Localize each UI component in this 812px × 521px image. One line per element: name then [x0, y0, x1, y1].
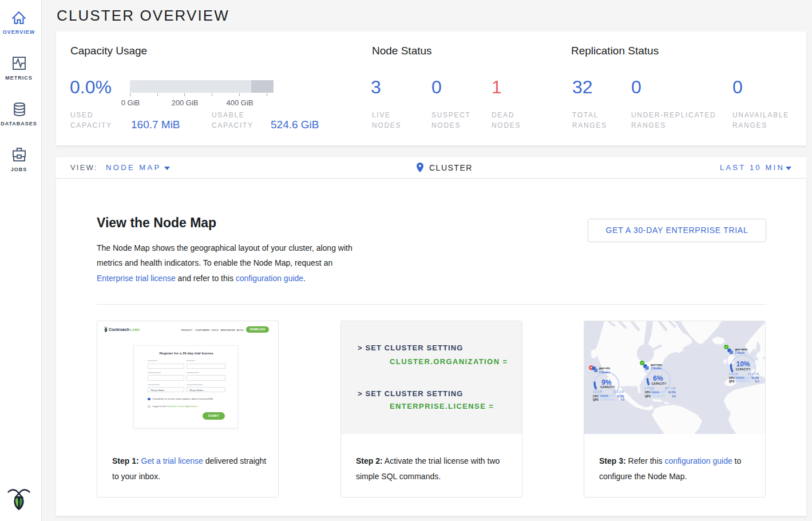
- svg-text:CAPACITY: CAPACITY: [652, 382, 667, 385]
- svg-text:geo=ams: geo=ams: [735, 348, 748, 351]
- svg-text:CAPACITY: CAPACITY: [600, 386, 615, 389]
- svg-text:10%: 10%: [736, 360, 750, 368]
- svg-text:1 Node: 1 Node: [735, 351, 745, 354]
- svg-text:2 Nodes: 2 Nodes: [599, 370, 611, 374]
- svg-text:9%: 9%: [601, 378, 612, 386]
- svg-text:CAPACITY: CAPACITY: [736, 368, 751, 371]
- svg-text:11.0%: 11.0%: [617, 395, 624, 398]
- svg-text:42.5%: 42.5%: [668, 391, 676, 394]
- svg-text:3.7 GiB: 3.7 GiB: [644, 386, 654, 390]
- svg-text:QPS: QPS: [645, 395, 651, 398]
- svg-text:0.0: 0.0: [672, 395, 676, 398]
- svg-text:45.7 GiB: 45.7 GiB: [664, 386, 676, 390]
- svg-text:CPU: CPU: [645, 391, 651, 394]
- svg-text:54.4 GiB: 54.4 GiB: [748, 372, 759, 376]
- svg-text:3.2 GiB: 3.2 GiB: [593, 390, 603, 393]
- svg-text:geo=sfo: geo=sfo: [599, 366, 610, 370]
- svg-text:6%: 6%: [653, 374, 663, 382]
- svg-text:3.6 GiB: 3.6 GiB: [728, 372, 738, 376]
- svg-text:CPU: CPU: [593, 395, 599, 398]
- svg-text:4.7: 4.7: [620, 398, 624, 401]
- svg-text:QPS: QPS: [593, 398, 599, 401]
- svg-text:geo=nyc: geo=nyc: [651, 363, 663, 366]
- svg-text:2 Nodes: 2 Nodes: [651, 366, 662, 370]
- svg-text:53.3%: 53.3%: [751, 377, 759, 380]
- svg-text:35.1 GiB: 35.1 GiB: [613, 390, 624, 393]
- svg-text:QPS: QPS: [729, 380, 735, 383]
- svg-text:0.4: 0.4: [755, 380, 759, 383]
- svg-text:CPU: CPU: [729, 377, 735, 380]
